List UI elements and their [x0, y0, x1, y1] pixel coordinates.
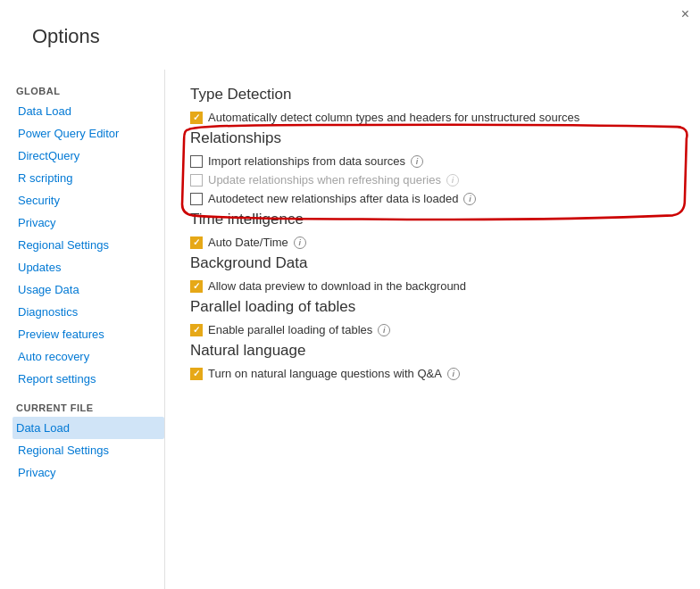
global-nav: Data LoadPower Query EditorDirectQueryR …: [16, 100, 164, 390]
sidebar-item-auto-recovery[interactable]: Auto recovery: [16, 345, 164, 368]
checkbox-0[interactable]: [190, 236, 203, 249]
global-section-header: GLOBAL: [16, 86, 164, 96]
checkbox-label-0: Turn on natural language questions with …: [208, 367, 442, 380]
sidebar-item-privacy[interactable]: Privacy: [16, 461, 164, 484]
current-file-nav: Data LoadRegional SettingsPrivacy: [16, 417, 164, 484]
option-row-0[interactable]: Automatically detect column types and he…: [190, 111, 675, 124]
checkbox-1: [190, 174, 203, 187]
checkbox-0[interactable]: [190, 155, 203, 168]
sidebar-item-r-scripting[interactable]: R scripting: [16, 167, 164, 189]
sidebar-item-report-settings[interactable]: Report settings: [16, 368, 164, 390]
sidebar-item-updates[interactable]: Updates: [16, 256, 164, 278]
main-content: Type Detection Automatically detect colu…: [165, 70, 700, 589]
relationships-section: Relationships Import relationships from …: [190, 129, 675, 205]
option-row-0[interactable]: Turn on natural language questions with …: [190, 367, 675, 380]
parallel-loading-section: Parallel loading of tables Enable parall…: [190, 298, 675, 336]
info-icon-1[interactable]: i: [446, 174, 459, 187]
checkbox-label-0: Auto Date/Time: [208, 236, 288, 249]
current-file-section-header: CURRENT FILE: [16, 402, 164, 413]
sidebar-item-preview-features[interactable]: Preview features: [16, 323, 164, 345]
sidebar-item-diagnostics[interactable]: Diagnostics: [16, 301, 164, 323]
sidebar-item-privacy[interactable]: Privacy: [16, 212, 164, 234]
sidebar-item-power-query-editor[interactable]: Power Query Editor: [16, 122, 164, 145]
option-row-0[interactable]: Auto Date/Timei: [190, 236, 675, 249]
checkbox-0[interactable]: [190, 324, 203, 336]
type-detection-section: Type Detection Automatically detect colu…: [190, 86, 675, 124]
time-intelligence-heading: Time intelligence: [190, 211, 675, 228]
sidebar-item-regional-settings[interactable]: Regional Settings: [16, 439, 164, 461]
type-detection-heading: Type Detection: [190, 86, 675, 104]
sidebar-item-regional-settings[interactable]: Regional Settings: [16, 234, 164, 256]
parallel-loading-heading: Parallel loading of tables: [190, 298, 675, 316]
checkbox-0[interactable]: [190, 112, 203, 124]
sidebar-item-data-load[interactable]: Data Load: [16, 100, 164, 122]
option-row-1: Update relationships when refreshing que…: [190, 173, 675, 187]
option-row-0[interactable]: Import relationships from data sourcesi: [190, 154, 675, 168]
option-row-2[interactable]: Autodetect new relationships after data …: [190, 192, 675, 205]
background-data-heading: Background Data: [190, 254, 675, 272]
sidebar-item-usage-data[interactable]: Usage Data: [16, 278, 164, 301]
info-icon-0[interactable]: i: [294, 236, 306, 249]
relationships-heading: Relationships: [190, 129, 675, 147]
checkbox-2[interactable]: [190, 193, 203, 205]
checkbox-label-0: Import relationships from data sources: [208, 154, 405, 168]
checkbox-0[interactable]: [190, 368, 203, 380]
natural-language-heading: Natural language: [190, 342, 675, 360]
close-button[interactable]: ×: [681, 7, 689, 21]
info-icon-0[interactable]: i: [447, 368, 460, 380]
checkbox-label-0: Enable parallel loading of tables: [208, 323, 372, 336]
time-intelligence-section: Time intelligence Auto Date/Timei: [190, 211, 675, 249]
checkbox-0[interactable]: [190, 280, 203, 293]
checkbox-label-0: Automatically detect column types and he…: [208, 111, 579, 124]
natural-language-section: Natural language Turn on natural languag…: [190, 342, 675, 380]
sidebar-item-data-load[interactable]: Data Load: [12, 417, 164, 439]
option-row-0[interactable]: Allow data preview to download in the ba…: [190, 279, 675, 293]
sidebar-item-security[interactable]: Security: [16, 189, 164, 212]
sidebar: GLOBAL Data LoadPower Query EditorDirect…: [0, 70, 165, 589]
info-icon-2[interactable]: i: [463, 193, 476, 205]
option-row-0[interactable]: Enable parallel loading of tablesi: [190, 323, 675, 336]
info-icon-0[interactable]: i: [378, 324, 390, 336]
background-data-section: Background Data Allow data preview to do…: [190, 254, 675, 293]
sidebar-item-directquery[interactable]: DirectQuery: [16, 145, 164, 167]
checkbox-label-2: Autodetect new relationships after data …: [208, 192, 458, 205]
info-icon-0[interactable]: i: [411, 155, 423, 168]
checkbox-label-1: Update relationships when refreshing que…: [208, 173, 441, 187]
checkbox-label-0: Allow data preview to download in the ba…: [208, 279, 466, 293]
page-title: Options: [32, 25, 100, 64]
